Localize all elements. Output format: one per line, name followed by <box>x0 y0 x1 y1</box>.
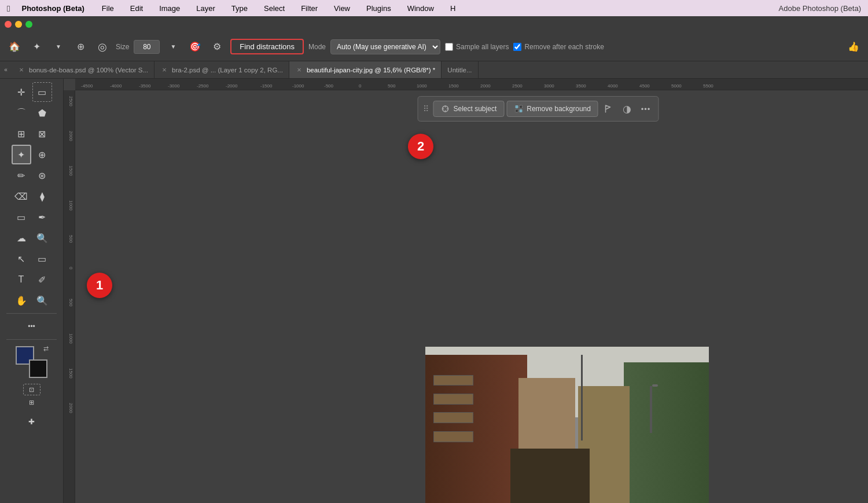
swap-colors-icon[interactable]: ⇄ <box>43 345 49 353</box>
hand-tool[interactable]: ✋ <box>12 291 31 310</box>
tabs-bar: « × bonus-de-boas.psd @ 100% (Vector S..… <box>0 61 868 79</box>
eraser-tool[interactable]: ⌫ <box>12 186 31 206</box>
crosshair-button[interactable]: ⊕ <box>72 38 89 56</box>
tab-close-icon[interactable]: × <box>295 66 303 74</box>
svg-rect-2 <box>519 105 522 108</box>
tab-bra-2[interactable]: × bra-2.psd @ ... (Layer 1 copy 2, RG... <box>155 61 289 79</box>
menu-h[interactable]: H <box>447 3 459 14</box>
pen-tool[interactable]: ✒ <box>32 207 52 227</box>
dropdown-arrow[interactable]: ▼ <box>50 38 67 56</box>
smudge-tool[interactable]: ☁ <box>12 228 31 248</box>
more-tools-button[interactable]: ••• <box>22 317 42 336</box>
tab-bonus-de-boas[interactable]: × bonus-de-boas.psd @ 100% (Vector S... <box>12 61 155 79</box>
marquee-tool[interactable]: ▭ <box>32 82 52 102</box>
tab-label: Untitle... <box>447 67 472 74</box>
menu-layer[interactable]: Layer <box>193 3 219 14</box>
remove-background-icon <box>514 104 523 113</box>
dodge-tool[interactable]: 🔍 <box>32 228 52 248</box>
target-button[interactable]: 🎯 <box>186 38 204 56</box>
left-toolbar: ✛ ▭ ⌒ ⬟ ⊞ ⊠ ✦ ⊕ ✏ ⊛ ⌫ ⧫ ▭ ✒ ☁ 🔍 <box>0 79 64 503</box>
circle-half-button[interactable]: ◑ <box>619 101 635 117</box>
menu-type[interactable]: Type <box>228 3 251 14</box>
svg-rect-4 <box>519 109 522 112</box>
menu-image[interactable]: Image <box>156 3 183 14</box>
remove-after-stroke-checkbox[interactable] <box>513 43 521 51</box>
apple-logo-icon:  <box>7 3 10 13</box>
lasso-tool[interactable]: ⌒ <box>12 103 31 123</box>
collapse-panel-button[interactable]: « <box>0 61 12 79</box>
rectangle-select[interactable]: ▭ <box>32 249 52 269</box>
eyedropper-tool[interactable]: ✐ <box>32 270 52 289</box>
menu-filter[interactable]: Filter <box>297 3 321 14</box>
menu-view[interactable]: View <box>330 3 354 14</box>
sample-all-layers-label[interactable]: Sample all layers <box>445 43 509 51</box>
background-color-swatch[interactable] <box>29 359 47 378</box>
menu-select[interactable]: Select <box>260 3 288 14</box>
annotation-circle-1: 1 <box>87 273 112 298</box>
menu-plugins[interactable]: Plugins <box>363 3 395 14</box>
remove-background-label: Remove background <box>527 105 591 113</box>
window-title: Adobe Photoshop (Beta) <box>779 4 861 13</box>
menu-edit[interactable]: Edit <box>127 3 146 14</box>
settings-button[interactable]: ⚙ <box>208 38 226 56</box>
canvas-image <box>425 347 709 503</box>
find-distractions-button[interactable]: Find distractions <box>230 39 304 54</box>
city-photo <box>425 347 709 503</box>
tab-label: bra-2.psd @ ... (Layer 1 copy 2, RG... <box>172 67 283 74</box>
polygonal-lasso-tool[interactable]: ⬟ <box>32 103 52 123</box>
traffic-lights <box>0 16 37 32</box>
quick-mask-button[interactable]: ⊡ <box>23 384 41 395</box>
move-tool[interactable]: ✛ <box>12 82 31 102</box>
flag-icon-button[interactable] <box>601 101 617 117</box>
clone-stamp-tool[interactable]: ⊛ <box>32 166 52 185</box>
main-area: ✛ ▭ ⌒ ⬟ ⊞ ⊠ ✦ ⊕ ✏ ⊛ ⌫ ⧫ ▭ ✒ ☁ 🔍 <box>0 79 868 503</box>
tab-untitled[interactable]: Untitle... <box>442 61 478 79</box>
horizontal-ruler: -4500 -4000 -3500 -3000 -2500 -2000 -150… <box>75 79 868 90</box>
tab-close-icon[interactable]: × <box>160 66 168 74</box>
sample-all-layers-checkbox[interactable] <box>445 43 453 51</box>
transform-tool[interactable]: ⊠ <box>32 124 52 144</box>
screen-mode-button[interactable]: ⊞ <box>23 396 41 408</box>
size-input[interactable] <box>134 40 160 54</box>
path-selection-tool[interactable]: ↖ <box>12 249 31 269</box>
type-tool[interactable]: T <box>12 270 31 289</box>
healing-brush-tool[interactable]: ⊕ <box>32 145 52 164</box>
canvas-area: -4500 -4000 -3500 -3000 -2500 -2000 -150… <box>64 79 868 503</box>
svg-rect-1 <box>515 105 518 108</box>
add-tool-button[interactable]: ✚ <box>22 412 42 431</box>
tab-label: bonus-de-boas.psd @ 100% (Vector S... <box>29 67 148 74</box>
menu-bar:  Photoshop (Beta) File Edit Image Layer… <box>0 0 868 16</box>
zoom-tool[interactable]: 🔍 <box>32 291 52 310</box>
maximize-button[interactable] <box>25 21 32 28</box>
drag-handle-icon: ⠿ <box>423 104 429 113</box>
rectangle-shape-tool[interactable]: ▭ <box>12 207 31 227</box>
ai-tool-button[interactable]: ✦ <box>28 38 45 56</box>
menu-file[interactable]: File <box>98 3 117 14</box>
menu-window[interactable]: Window <box>404 3 437 14</box>
paint-bucket-tool[interactable]: ⧫ <box>32 186 52 206</box>
size-label: Size <box>116 43 129 51</box>
canvas-floating-toolbar: ⠿ Select subject Remove background <box>418 96 659 122</box>
mode-select[interactable]: Auto (May use generative AI) <box>330 39 440 54</box>
minimize-button[interactable] <box>15 21 22 28</box>
flag-icon <box>605 104 613 113</box>
remove-after-stroke-label[interactable]: Remove after each stroke <box>513 43 604 51</box>
remove-background-button[interactable]: Remove background <box>506 101 598 117</box>
svg-rect-3 <box>515 109 518 112</box>
thumb-up-button[interactable]: 👍 <box>845 38 862 56</box>
mode-label: Mode <box>308 43 326 51</box>
select-subject-icon <box>441 104 450 113</box>
circle-dashed-button[interactable]: ◎ <box>94 38 111 56</box>
size-dropdown[interactable]: ▼ <box>164 38 182 56</box>
brush-tool[interactable]: ✏ <box>12 166 31 185</box>
close-button[interactable] <box>5 21 12 28</box>
home-button[interactable]: 🏠 <box>6 38 23 56</box>
app-name: Photoshop (Beta) <box>21 4 84 13</box>
crop-tool[interactable]: ⊞ <box>12 124 31 144</box>
vertical-ruler: 2500 2000 1500 1000 500 0 500 1000 1500 … <box>64 90 75 503</box>
more-options-button[interactable]: ••• <box>638 101 654 117</box>
select-subject-button[interactable]: Select subject <box>433 101 505 117</box>
spot-healing-brush-tool[interactable]: ✦ <box>12 145 31 164</box>
tab-close-icon[interactable]: × <box>17 66 25 74</box>
tab-beautiful-japan-city[interactable]: × beautiful-japan-city.jpg @ 15,6% (RGB/… <box>289 61 442 79</box>
